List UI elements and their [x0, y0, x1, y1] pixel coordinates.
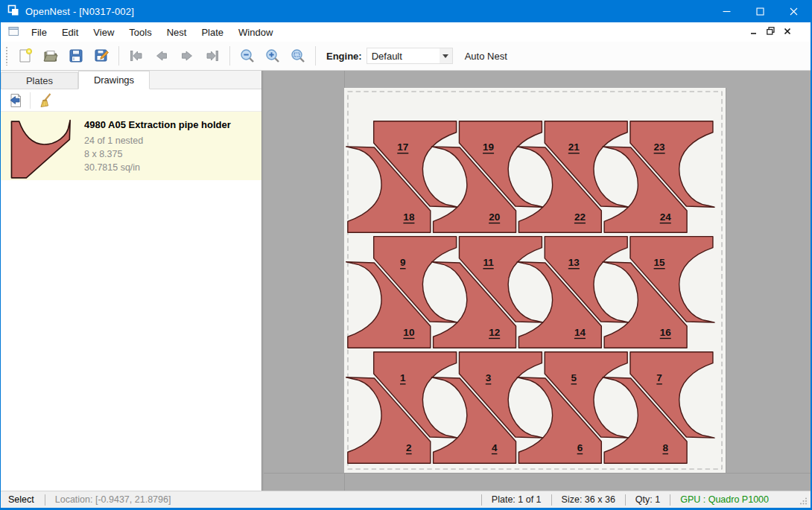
- open-file-button[interactable]: [40, 45, 61, 66]
- menu-nest[interactable]: Nest: [159, 24, 194, 41]
- menubar: File Edit View Tools Nest Plate Window: [1, 22, 811, 42]
- save-as-button[interactable]: [91, 45, 112, 66]
- drawing-size: 8 x 8.375: [84, 147, 231, 161]
- last-plate-button[interactable]: [202, 45, 223, 66]
- menu-edit[interactable]: Edit: [54, 24, 86, 41]
- status-mode: Select: [8, 494, 34, 505]
- titlebar[interactable]: OpenNest - [N0317-002]: [1, 0, 811, 22]
- drawing-nested-count: 24 of 1 nested: [84, 134, 231, 147]
- first-arrow-icon: [128, 48, 145, 64]
- status-plate-count: Plate: 1 of 1: [492, 494, 542, 505]
- menu-tools[interactable]: Tools: [121, 24, 159, 41]
- plate-sheet[interactable]: 171819202122232491011121314151612345678: [344, 88, 726, 473]
- mdi-restore-button[interactable]: [767, 27, 775, 37]
- nest-canvas[interactable]: 171819202122232491011121314151612345678: [264, 71, 811, 491]
- part-number-label: 3: [486, 372, 492, 383]
- part-number-label: 1: [400, 372, 406, 383]
- part-number-label: 12: [489, 327, 500, 338]
- part-number-label: 20: [489, 211, 500, 223]
- menu-view[interactable]: View: [86, 24, 121, 41]
- maximize-button[interactable]: [743, 0, 777, 22]
- minimize-button[interactable]: [710, 0, 743, 22]
- import-drawing-button[interactable]: [5, 91, 26, 110]
- previous-arrow-icon: [153, 48, 170, 64]
- part-number-label: 24: [660, 211, 672, 223]
- part-number-label: 18: [403, 211, 415, 223]
- zoom-in-icon: [264, 48, 281, 64]
- part-number-label: 8: [662, 442, 668, 453]
- drawing-list-empty-space: [1, 180, 261, 491]
- mdi-close-button[interactable]: [784, 27, 791, 37]
- app-window: OpenNest - [N0317-002] File Edit View To…: [0, 0, 812, 510]
- main-area: Plates Drawings: [1, 71, 811, 491]
- part-number-label: 4: [492, 442, 498, 453]
- combo-dropdown-button[interactable]: [440, 48, 452, 63]
- main-toolbar: Engine: Default Auto Nest: [1, 42, 811, 71]
- zoom-in-button[interactable]: [262, 45, 283, 66]
- statusbar: Select Location: [-0.9437, 21.8796] Plat…: [1, 491, 811, 508]
- engine-combobox[interactable]: Default: [367, 48, 453, 64]
- part-number-label: 6: [577, 442, 583, 453]
- last-arrow-icon: [204, 48, 221, 64]
- toolbar-separator: [315, 46, 316, 66]
- mdi-minimize-button[interactable]: [750, 27, 758, 37]
- zoom-out-button[interactable]: [237, 45, 258, 66]
- drawing-title: 4980 A05 Extraction pipe holder: [84, 119, 231, 130]
- close-button[interactable]: [777, 0, 811, 22]
- status-gpu: GPU : Quadro P1000: [680, 494, 769, 505]
- drawing-list-item[interactable]: 4980 A05 Extraction pipe holder 24 of 1 …: [1, 112, 261, 180]
- save-file-button[interactable]: [66, 45, 86, 66]
- part-number-label: 19: [483, 141, 495, 153]
- zoom-extents-button[interactable]: [288, 45, 308, 66]
- part-number-label: 11: [483, 257, 494, 268]
- part-number-label: 13: [568, 257, 580, 268]
- new-file-button[interactable]: [15, 45, 36, 66]
- part-number-label: 10: [403, 327, 414, 338]
- tab-plates[interactable]: Plates: [1, 72, 78, 89]
- nested-parts-layer: 171819202122232491011121314151612345678: [346, 121, 714, 464]
- next-plate-button[interactable]: [177, 45, 197, 66]
- menu-plate[interactable]: Plate: [194, 24, 231, 41]
- part-number-label: 17: [397, 141, 408, 153]
- document-window-icon[interactable]: [8, 26, 19, 39]
- part-number-label: 9: [400, 257, 406, 268]
- world-origin-hline: [264, 473, 811, 474]
- part-number-label: 16: [660, 327, 672, 338]
- part-number-label: 21: [568, 141, 580, 153]
- part-number-label: 7: [656, 372, 662, 383]
- broom-icon: [37, 92, 53, 109]
- drawings-toolbar: [1, 89, 261, 112]
- part-number-label: 23: [654, 141, 666, 153]
- toolbar-separator: [118, 46, 119, 66]
- clear-drawings-button[interactable]: [34, 91, 55, 110]
- status-separator: [625, 494, 626, 506]
- toolbar-grip[interactable]: [5, 46, 9, 66]
- tab-drawings[interactable]: Drawings: [78, 71, 150, 89]
- drawing-info: 4980 A05 Extraction pipe holder 24 of 1 …: [84, 118, 231, 174]
- open-folder-icon: [42, 48, 59, 64]
- resize-grip[interactable]: [799, 497, 808, 507]
- chevron-down-icon: [443, 54, 448, 58]
- status-qty: Qty: 1: [635, 494, 660, 505]
- part-number-label: 22: [574, 211, 586, 223]
- toolbar-separator: [30, 92, 31, 109]
- part-number-label: 2: [406, 442, 412, 453]
- status-location: Location: [-0.9437, 21.8796]: [55, 494, 171, 505]
- nest-svg: 171819202122232491011121314151612345678: [344, 88, 726, 473]
- zoom-out-icon: [239, 48, 256, 64]
- save-icon: [68, 48, 84, 64]
- first-plate-button[interactable]: [126, 45, 147, 66]
- next-arrow-icon: [179, 48, 195, 64]
- previous-plate-button[interactable]: [151, 45, 172, 66]
- save-as-icon: [93, 48, 110, 64]
- engine-value: Default: [367, 51, 440, 62]
- toolbar-separator: [229, 46, 230, 66]
- status-separator: [670, 494, 670, 506]
- status-separator: [551, 494, 552, 506]
- panel-tabstrip: Plates Drawings: [1, 71, 261, 89]
- drawing-thumbnail-path: [11, 121, 70, 178]
- auto-nest-button[interactable]: Auto Nest: [460, 48, 512, 65]
- menu-window[interactable]: Window: [231, 24, 280, 41]
- menu-file[interactable]: File: [24, 24, 54, 41]
- part-number-label: 15: [654, 257, 666, 268]
